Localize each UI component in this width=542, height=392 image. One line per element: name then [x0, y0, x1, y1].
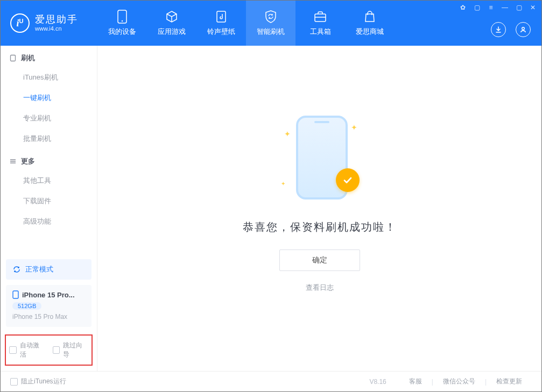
body: 刷机 iTunes刷机 一键刷机 专业刷机 批量刷机 更多 其他工具 下载固件 … [1, 46, 541, 371]
top-nav: 我的设备 应用游戏 铃声壁纸 智能刷机 [97, 1, 395, 46]
sidebar-section-flash: 刷机 [1, 46, 97, 67]
checkbox-label: 阻止iTunes运行 [21, 377, 66, 386]
device-storage-badge: 512GB [12, 302, 41, 310]
checkbox-auto-activate[interactable]: 自动激活 [9, 341, 45, 359]
briefcase-icon [313, 10, 327, 24]
sidebar-item-batch-flash[interactable]: 批量刷机 [1, 129, 97, 149]
window-skin-icon[interactable]: ✿ [459, 4, 467, 11]
separator: | [485, 378, 487, 386]
checkbox-icon [9, 346, 17, 354]
view-log-link[interactable]: 查看日志 [306, 283, 334, 293]
user-icon[interactable] [516, 22, 531, 37]
nav-item-toolbox[interactable]: 工具箱 [295, 1, 345, 46]
window-minimize-icon[interactable]: — [501, 4, 509, 11]
brand-logo-icon: iU [10, 13, 30, 33]
separator: | [432, 378, 433, 386]
sidebar-section-more: 更多 [1, 149, 97, 170]
device-name: iPhone 15 Pro... [22, 291, 75, 299]
checkbox-label: 自动激活 [20, 341, 45, 359]
nav-label: 铃声壁纸 [207, 27, 235, 37]
sparkle-icon: ✦ [284, 130, 291, 138]
phone-icon [12, 290, 19, 299]
sidebar-item-itunes-flash[interactable]: iTunes刷机 [1, 67, 97, 88]
nav-item-ringtones[interactable]: 铃声壁纸 [196, 1, 246, 46]
nav-label: 应用游戏 [158, 27, 186, 37]
ok-button[interactable]: 确定 [279, 250, 360, 271]
brand-title: 爱思助手 [35, 15, 78, 25]
phone-icon [115, 10, 129, 24]
nav-item-smart-flash[interactable]: 智能刷机 [246, 1, 295, 46]
nav-label: 爱思商城 [356, 27, 384, 37]
window-close-icon[interactable]: ✕ [529, 4, 537, 11]
checkbox-skip-guide[interactable]: 跳过向导 [53, 341, 89, 359]
footer: 阻止iTunes运行 V8.16 客服 | 微信公众号 | 检查更新 [1, 371, 541, 391]
window-phone-icon[interactable]: ▢ [473, 4, 481, 11]
sidebar-item-download-firmware[interactable]: 下载固件 [1, 191, 97, 211]
shield-refresh-icon [264, 10, 278, 24]
nav-item-apps-games[interactable]: 应用游戏 [147, 1, 196, 46]
success-text: 恭喜您，保资料刷机成功啦！ [243, 220, 397, 234]
svg-point-4 [522, 27, 525, 30]
svg-rect-3 [315, 14, 326, 22]
main-content: ✦ ✦ ✦ 恭喜您，保资料刷机成功啦！ 确定 查看日志 [97, 46, 541, 371]
cube-icon [165, 10, 179, 24]
sidebar-section-title: 刷机 [21, 53, 35, 63]
footer-link-support[interactable]: 客服 [409, 377, 422, 386]
nav-item-my-device[interactable]: 我的设备 [97, 1, 147, 46]
device-card[interactable]: iPhone 15 Pro... 512GB iPhone 15 Pro Max [6, 285, 91, 327]
success-illustration: ✦ ✦ ✦ [277, 116, 363, 202]
refresh-icon [12, 265, 21, 274]
window-controls: ✿ ▢ ≡ — ▢ ✕ [459, 4, 537, 11]
checkbox-block-itunes[interactable]: 阻止iTunes运行 [10, 377, 66, 386]
brand-subtitle: www.i4.cn [35, 25, 78, 32]
nav-label: 我的设备 [108, 27, 136, 37]
sidebar-item-advanced[interactable]: 高级功能 [1, 211, 97, 232]
highlight-box: 自动激活 跳过向导 [5, 334, 93, 366]
more-icon [9, 158, 17, 165]
shopping-bag-icon [363, 10, 377, 24]
sidebar: 刷机 iTunes刷机 一键刷机 专业刷机 批量刷机 更多 其他工具 下载固件 … [1, 46, 97, 371]
music-note-icon [214, 10, 228, 24]
sparkle-icon: ✦ [281, 181, 285, 187]
sidebar-section-title: 更多 [21, 156, 35, 166]
nav-label: 工具箱 [310, 27, 331, 37]
nav-item-store[interactable]: 爱思商城 [345, 1, 395, 46]
footer-link-check-update[interactable]: 检查更新 [496, 377, 522, 386]
window-maximize-icon[interactable]: ▢ [515, 4, 523, 11]
svg-point-1 [122, 20, 123, 22]
sidebar-item-oneclick-flash[interactable]: 一键刷机 [1, 88, 97, 108]
check-badge-icon [336, 168, 360, 192]
brand: iU 爱思助手 www.i4.cn [1, 1, 97, 46]
version-label: V8.16 [369, 378, 386, 386]
window-menu-icon[interactable]: ≡ [487, 4, 495, 11]
download-icon[interactable] [491, 22, 506, 37]
checkbox-icon [53, 346, 60, 354]
device-mode[interactable]: 正常模式 [6, 259, 91, 280]
footer-link-wechat[interactable]: 微信公众号 [443, 377, 475, 386]
device-mode-label: 正常模式 [25, 265, 53, 274]
sidebar-item-other-tools[interactable]: 其他工具 [1, 170, 97, 191]
svg-rect-6 [13, 291, 18, 298]
device-full-name: iPhone 15 Pro Max [12, 313, 85, 320]
header-right-icons [491, 22, 531, 37]
checkbox-label: 跳过向导 [63, 341, 88, 359]
tablet-icon [9, 54, 17, 62]
app-window: iU 爱思助手 www.i4.cn 我的设备 应用游戏 [0, 0, 542, 392]
header: iU 爱思助手 www.i4.cn 我的设备 应用游戏 [1, 1, 541, 46]
sidebar-item-pro-flash[interactable]: 专业刷机 [1, 108, 97, 129]
sparkle-icon: ✦ [351, 123, 357, 132]
svg-rect-5 [11, 55, 16, 61]
checkbox-icon [10, 378, 18, 386]
nav-label: 智能刷机 [257, 27, 285, 37]
